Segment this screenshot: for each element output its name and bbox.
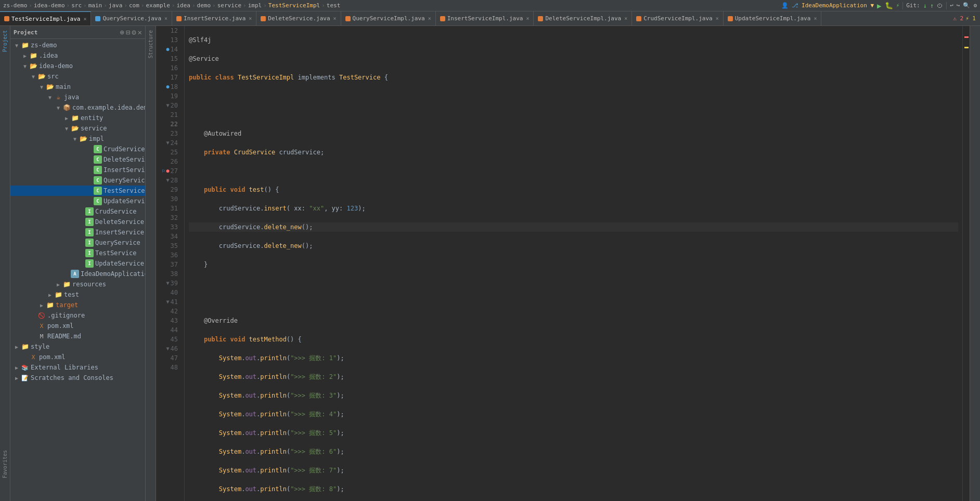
run-button[interactable]: ▶: [877, 2, 881, 10]
tree-item-crudservice[interactable]: ▶ I CrudService: [10, 206, 145, 217]
sidebar-close-button[interactable]: ✕: [138, 28, 142, 36]
sidebar-new-button[interactable]: ⊕: [120, 28, 124, 36]
tree-item-idea-demo[interactable]: ▼ 📂 idea-demo: [10, 61, 145, 71]
gutter-bookmark-27[interactable]: ⚐: [162, 166, 165, 176]
breadcrumb: zs-demo › idea-demo › src › main › java …: [3, 2, 340, 9]
tab-crudserviceimpl[interactable]: CrudServiceImpl.java ×: [632, 11, 723, 25]
tree-item-queryservice[interactable]: ▶ I QueryService: [10, 238, 145, 248]
tab-close-button[interactable]: ×: [624, 16, 627, 21]
tab-close-button[interactable]: ×: [716, 16, 719, 21]
tree-item-impl[interactable]: ▼ 📂 impl: [10, 134, 145, 144]
settings-button[interactable]: ⚙: [973, 2, 977, 9]
fold-marker-24[interactable]: ▼: [166, 138, 170, 148]
tab-close-button[interactable]: ×: [428, 16, 431, 21]
tree-item-idea[interactable]: ▶ 📁 .idea: [10, 50, 145, 61]
code-line-28: public void testMethod() {: [189, 335, 958, 344]
tree-item-updateservice[interactable]: ▶ I UpdateService: [10, 258, 145, 269]
class-icon: C: [94, 187, 102, 195]
class-icon: C: [94, 145, 102, 153]
tree-item-deleteserviceimpl[interactable]: ▶ C DeleteServiceImpl: [10, 154, 145, 165]
java-file-icon: [261, 16, 266, 21]
app-selector[interactable]: IdeaDemoApplication ▼: [802, 2, 874, 9]
tree-item-main[interactable]: ▼ 📂 main: [10, 82, 145, 92]
tab-close-button[interactable]: ×: [814, 16, 817, 21]
tree-item-testserviceimpl[interactable]: ▶ C TestServiceImpl: [10, 186, 145, 196]
git-update-button[interactable]: ↓: [923, 2, 927, 9]
tree-item-scratches-consoles[interactable]: ▶ 📝 Scratches and Consoles: [10, 373, 145, 383]
search-button[interactable]: 🔍: [963, 2, 970, 9]
redo-button[interactable]: ↪: [957, 2, 960, 9]
tree-item-com-example[interactable]: ▼ 📦 com.example.idea.demo: [10, 102, 145, 113]
gutter-annotate-18[interactable]: ●: [166, 82, 170, 91]
xml-icon: X: [37, 322, 46, 330]
tree-item-external-libraries[interactable]: ▶ 📚 External Libraries: [10, 362, 145, 373]
tab-insertserviceimpl[interactable]: InsertServiceImpl.java ×: [436, 11, 534, 25]
git-push-button[interactable]: ↑: [930, 2, 934, 9]
run-coverage-button[interactable]: ⚡: [896, 2, 900, 9]
git-history-button[interactable]: ⏲: [937, 2, 943, 9]
java-file-icon: [636, 16, 641, 21]
code-editor-content[interactable]: @Slf4j @Service public class TestService…: [185, 26, 962, 501]
tree-item-insertservice[interactable]: ▶ I InsertService: [10, 227, 145, 238]
debug-button[interactable]: 🐛: [885, 2, 893, 9]
favorites-tool-button[interactable]: Favorites: [1, 448, 9, 480]
tree-item-testservice[interactable]: ▶ I TestService: [10, 248, 145, 258]
sidebar-collapse-button[interactable]: ⊟: [126, 28, 130, 36]
tree-item-resources[interactable]: ▶ 📁 resources: [10, 279, 145, 289]
tree-item-insertserviceimpl[interactable]: ▶ C InsertServiceImpl: [10, 165, 145, 175]
tab-insertservice[interactable]: InsertService.java ×: [172, 11, 256, 25]
interface-icon: I: [85, 249, 94, 257]
code-line-33: System.out.println(">>> 掘数: 5");: [189, 428, 958, 438]
tab-close-button[interactable]: ×: [526, 16, 529, 21]
code-line-24: }: [189, 260, 958, 269]
tab-deleteserviceimpl[interactable]: DeleteServiceImpl.java ×: [534, 11, 632, 25]
tree-item-zs-demo[interactable]: ▼ 📁 zs-demo: [10, 40, 145, 50]
tree-item-java[interactable]: ▼ ☕ java: [10, 92, 145, 102]
tree-item-service[interactable]: ▼ 📂 service: [10, 123, 145, 134]
project-tool-button[interactable]: Project: [1, 28, 9, 54]
tab-close-button[interactable]: ×: [83, 16, 86, 22]
sidebar-settings-button[interactable]: ⚙: [132, 28, 136, 36]
fold-marker-28[interactable]: ▼: [166, 176, 170, 185]
code-line-34: System.out.println(">>> 掘数: 6");: [189, 447, 958, 456]
line-num-13: 13: [171, 35, 178, 45]
tree-item-pom-xml[interactable]: ▶ X pom.xml: [10, 321, 145, 331]
tree-item-ideademoapplication[interactable]: ▶ A IdeaDemoApplication: [10, 269, 145, 279]
tree-item-src[interactable]: ▼ 📂 src: [10, 71, 145, 82]
tree-item-target[interactable]: ▶ 📁 target: [10, 300, 145, 310]
fold-marker-41[interactable]: ▼: [166, 297, 170, 307]
user-icon[interactable]: 👤: [781, 2, 789, 9]
tab-queryserviceimpl[interactable]: QueryServiceImpl.java ×: [341, 11, 436, 25]
tree-item-style-pom[interactable]: ▶ X pom.xml: [10, 352, 145, 362]
code-line-36: System.out.println(">>> 掘数: 8");: [189, 484, 958, 494]
code-line-26: [189, 297, 958, 307]
gutter-annotate-14[interactable]: ●: [166, 45, 170, 54]
tab-close-button[interactable]: ×: [333, 16, 337, 21]
tree-item-style[interactable]: ▶ 📁 style: [10, 341, 145, 352]
tab-bar: TestServiceImpl.java × QueryService.java…: [0, 11, 980, 26]
tree-item-updateserviceimpl[interactable]: ▶ C UpdateServiceImpl: [10, 196, 145, 206]
tree-item-queryserviceimpl[interactable]: ▶ C QueryServiceImpl: [10, 175, 145, 186]
java-file-icon: [728, 16, 733, 21]
fold-marker-39[interactable]: ▼: [166, 279, 170, 288]
fold-marker-20[interactable]: ▼: [166, 101, 170, 110]
tree-item-crudserviceimpl[interactable]: ▶ C CrudServiceImpl: [10, 144, 145, 154]
tree-item-deleteservice[interactable]: ▶ I DeleteService: [10, 217, 145, 227]
tab-close-button[interactable]: ×: [164, 16, 167, 21]
tree-item-readme[interactable]: ▶ M README.md: [10, 331, 145, 341]
tab-testserviceimpl[interactable]: TestServiceImpl.java ×: [0, 11, 91, 25]
gutter-error-27: ●: [166, 166, 170, 176]
vcs-icon[interactable]: ⎇: [792, 2, 798, 9]
tab-close-button[interactable]: ×: [249, 16, 252, 21]
tree-item-test[interactable]: ▶ 📁 test: [10, 289, 145, 300]
tree-item-gitignore[interactable]: ▶ 🚫 .gitignore: [10, 310, 145, 321]
tab-queryservice[interactable]: QueryService.java ×: [91, 11, 172, 25]
tab-updateserviceimpl[interactable]: UpdateServiceImpl.java ×: [724, 11, 822, 25]
tab-deleteservice[interactable]: DeleteService.java ×: [256, 11, 341, 25]
structure-tool-button[interactable]: Structure: [147, 28, 154, 60]
tree-item-entity[interactable]: ▶ 📁 entity: [10, 113, 145, 123]
java-folder-icon: ☕: [54, 93, 62, 101]
folder-icon: 📁: [21, 342, 29, 351]
fold-marker-46[interactable]: ▼: [166, 344, 170, 353]
undo-button[interactable]: ↩: [950, 2, 953, 9]
